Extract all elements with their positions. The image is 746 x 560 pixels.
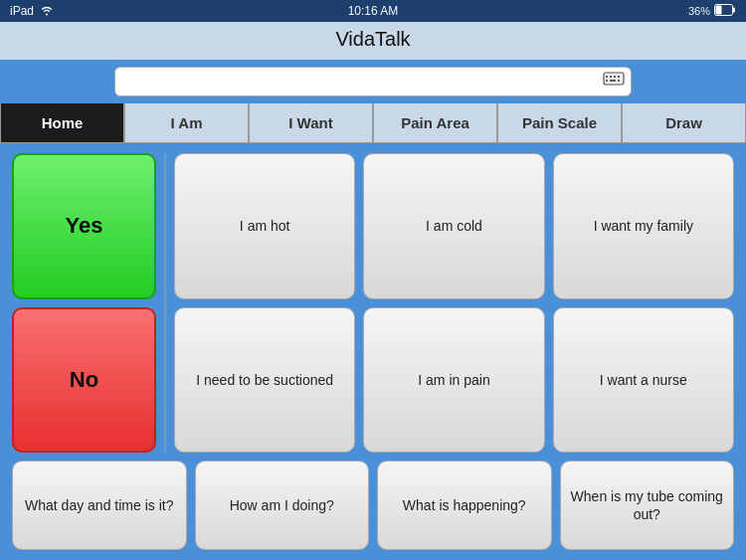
bottom-button-grid: What day and time is it? How am I doing?… <box>12 461 734 550</box>
status-bar-right: 36% <box>688 4 736 18</box>
btn-want-my-family[interactable]: I want my family <box>553 153 734 299</box>
status-bar: iPad 10:16 AM 36% <box>0 0 746 22</box>
app-title: VidaTalk <box>335 28 410 50</box>
svg-rect-3 <box>604 73 624 85</box>
btn-tube-coming-out[interactable]: When is my tube coming out? <box>560 461 735 550</box>
status-bar-left: iPad <box>10 4 54 19</box>
wifi-icon <box>40 4 54 19</box>
grid-col-1: I am hot I need to be suctioned <box>174 153 355 453</box>
yes-button[interactable]: Yes <box>12 153 156 299</box>
btn-i-am-cold[interactable]: I am cold <box>363 153 544 299</box>
nav-tabs: Home I Am I Want Pain Area Pain Scale Dr… <box>0 103 746 143</box>
search-bar <box>0 60 746 103</box>
right-button-columns: I am hot I need to be suctioned I am col… <box>174 153 734 453</box>
grid-col-3: I want my family I want a nurse <box>553 153 734 453</box>
svg-rect-6 <box>614 76 616 78</box>
ipad-label: iPad <box>10 4 34 18</box>
status-bar-time: 10:16 AM <box>348 4 399 18</box>
tab-i-am[interactable]: I Am <box>124 103 249 143</box>
svg-rect-1 <box>733 8 736 13</box>
keyboard-icon <box>603 72 625 92</box>
title-bar: VidaTalk <box>0 22 746 60</box>
grid-col-2: I am cold I am in pain <box>363 153 544 453</box>
main-content: Yes No I am hot I need to be suctioned I… <box>0 143 746 560</box>
btn-i-need-suctioned[interactable]: I need to be suctioned <box>174 307 355 454</box>
svg-rect-8 <box>606 80 608 82</box>
battery-icon <box>714 4 736 18</box>
btn-want-a-nurse[interactable]: I want a nurse <box>553 307 734 454</box>
tab-draw[interactable]: Draw <box>622 103 746 143</box>
svg-rect-10 <box>618 80 620 82</box>
svg-rect-4 <box>606 76 608 78</box>
svg-rect-7 <box>618 76 620 78</box>
svg-rect-2 <box>716 6 722 15</box>
battery-percent: 36% <box>688 5 710 17</box>
svg-rect-5 <box>610 76 612 78</box>
no-button[interactable]: No <box>12 307 156 454</box>
search-input-container[interactable] <box>114 67 632 96</box>
tab-pain-area[interactable]: Pain Area <box>373 103 497 143</box>
top-button-grid: Yes No I am hot I need to be suctioned I… <box>12 153 734 453</box>
tab-home[interactable]: Home <box>0 103 124 143</box>
yes-no-column: Yes No <box>12 153 166 453</box>
btn-what-is-happening[interactable]: What is happening? <box>377 461 552 550</box>
svg-rect-9 <box>610 80 616 82</box>
btn-what-day-time[interactable]: What day and time is it? <box>12 461 187 550</box>
tab-pain-scale[interactable]: Pain Scale <box>497 103 622 143</box>
btn-i-am-hot[interactable]: I am hot <box>174 153 355 299</box>
btn-how-am-i-doing[interactable]: How am I doing? <box>195 461 370 550</box>
btn-i-am-in-pain[interactable]: I am in pain <box>363 307 544 454</box>
tab-i-want[interactable]: I Want <box>249 103 373 143</box>
